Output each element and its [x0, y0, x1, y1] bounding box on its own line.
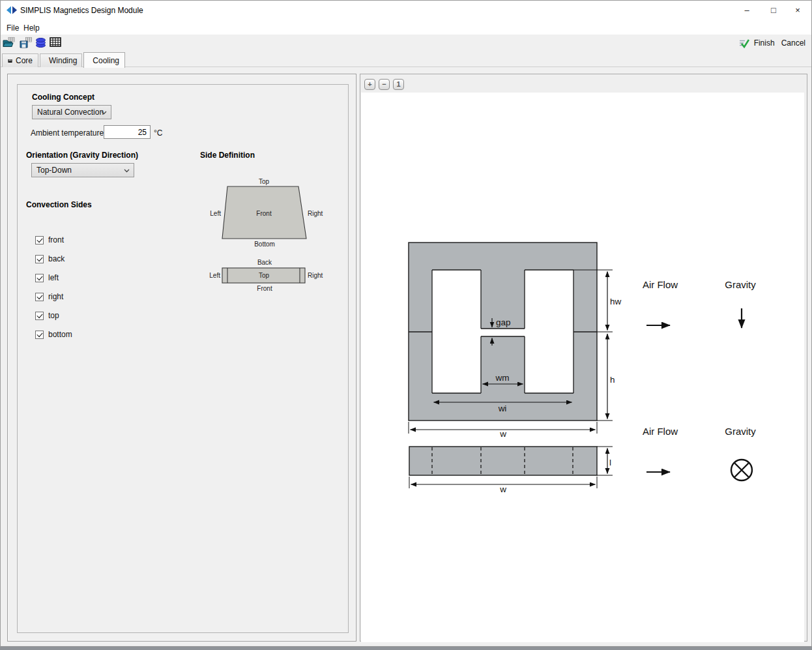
checkbox-front-label: front [48, 235, 64, 244]
checkbox-back[interactable] [35, 255, 44, 263]
checkbox-top[interactable] [35, 312, 44, 320]
dim-wi-label: wi [498, 404, 507, 413]
zoom-out-button[interactable]: − [379, 79, 390, 90]
top-view-front-label: Front [257, 285, 272, 292]
window-title: SIMPLIS Magnetics Design Module [20, 6, 143, 15]
front-view-annotations: Air Flow Gravity [643, 279, 756, 328]
dim-gap-label: gap [496, 318, 511, 327]
gravity-front-label: Gravity [725, 279, 756, 290]
menu-file[interactable]: File [3, 22, 22, 34]
checkbox-bottom-label: bottom [48, 330, 72, 339]
gravity-into-page-icon [731, 460, 752, 480]
core-icon [8, 57, 12, 65]
front-view-left-label: Left [210, 210, 221, 217]
checkbox-front[interactable] [35, 236, 44, 244]
tab-cooling-label: Cooling [93, 56, 119, 65]
menu-bar: File Help [1, 20, 811, 35]
cancel-button[interactable]: Cancel [779, 38, 807, 48]
zoom-reset-button[interactable]: 1 [393, 79, 404, 90]
taskbar-sliver [0, 647, 812, 650]
top-view-annotations: Air Flow Gravity [643, 426, 756, 480]
minimize-button[interactable]: – [736, 1, 758, 20]
core-top-view: l w [409, 447, 613, 494]
chevron-down-icon [124, 169, 130, 173]
convection-sides-heading: Convection Sides [26, 200, 92, 209]
tab-winding[interactable]: Winding [40, 53, 82, 67]
checkbox-row-left[interactable]: left [35, 273, 59, 283]
checkbox-back-label: back [48, 254, 65, 263]
gravity-top-label: Gravity [725, 426, 756, 437]
cooling-concept-heading: Cooling Concept [32, 93, 94, 102]
dim-wm-label: wm [495, 373, 510, 383]
core-database-button[interactable] [33, 36, 48, 50]
checkbox-left-label: left [48, 273, 59, 282]
checkbox-left[interactable] [35, 274, 44, 282]
dim-h-label: h [610, 375, 615, 385]
close-button[interactable]: × [787, 1, 809, 20]
cooling-settings-group: Cooling Concept Natural Convection Ambie… [17, 84, 349, 633]
orientation-value: Top-Down [36, 166, 72, 175]
cooling-concept-dropdown[interactable]: Natural Convection [32, 105, 111, 119]
tab-core[interactable]: Core [2, 53, 38, 67]
title-bar: SIMPLIS Magnetics Design Module – □ × [1, 1, 811, 20]
tab-winding-label: Winding [49, 56, 77, 65]
checkbox-row-back[interactable]: back [35, 254, 65, 264]
app-logo-icon [6, 6, 18, 14]
checkbox-top-label: top [48, 311, 59, 320]
core-preview-canvas: gap hw h wm wi w [361, 93, 804, 642]
checkbox-right-label: right [48, 292, 63, 301]
core-diagram: gap hw h wm wi w [361, 93, 804, 642]
checkbox-row-top[interactable]: top [35, 310, 59, 321]
checkbox-row-bottom[interactable]: bottom [35, 329, 72, 340]
dim-w-top-label: w [499, 484, 506, 494]
checkbox-row-front[interactable]: front [35, 235, 64, 245]
front-view-center-label: Front [256, 210, 272, 217]
ambient-temperature-unit: °C [154, 128, 162, 138]
menu-help[interactable]: Help [20, 22, 43, 34]
ambient-temperature-input[interactable] [104, 125, 151, 139]
stacked-discs-icon [35, 37, 46, 48]
side-definition-heading: Side Definition [200, 151, 255, 160]
save-design-button[interactable] [18, 36, 33, 50]
chevron-down-icon [101, 111, 107, 115]
tab-cooling[interactable]: Cooling [83, 52, 125, 68]
orientation-dropdown[interactable]: Top-Down [31, 163, 134, 177]
dim-l-label: l [609, 458, 611, 467]
airflow-top-label: Air Flow [643, 426, 678, 437]
orientation-heading: Orientation (Gravity Direction) [26, 151, 138, 160]
save-floppy-icon [20, 37, 32, 48]
top-view-center-label: Top [259, 272, 270, 279]
checkbox-row-right[interactable]: right [35, 291, 63, 302]
front-view-right-label: Right [308, 210, 323, 217]
toolbar: Finish Cancel [1, 35, 811, 51]
tab-core-label: Core [16, 56, 33, 65]
app-window: SIMPLIS Magnetics Design Module – □ × Fi… [0, 0, 812, 647]
dim-w-front-label: w [499, 429, 506, 439]
settings-panel: Cooling Concept Natural Convection Ambie… [7, 74, 356, 642]
core-front-view: gap hw h wm wi w [409, 243, 622, 439]
top-view-right-label: Right [308, 272, 323, 279]
tab-bar: Core Winding Cooling [1, 51, 811, 67]
canvas-toolbar: + − 1 [361, 75, 806, 93]
open-folder-icon [3, 37, 16, 48]
airflow-front-label: Air Flow [643, 279, 678, 290]
cooling-concept-value: Natural Convection [37, 108, 104, 117]
side-definition-diagram: Top Left Front Right Bottom Back Left To… [195, 173, 334, 299]
finish-button[interactable]: Finish [752, 38, 777, 48]
maximize-button[interactable]: □ [762, 1, 785, 20]
table-grid-icon [50, 37, 61, 47]
preview-panel: + − 1 [360, 74, 807, 642]
front-view-bottom-label: Bottom [254, 241, 275, 248]
parameter-table-button[interactable] [48, 36, 63, 50]
top-view-back-label: Back [257, 259, 272, 266]
open-design-button[interactable] [2, 36, 16, 50]
checkbox-right[interactable] [35, 293, 44, 301]
checkbox-bottom[interactable] [35, 331, 44, 339]
dim-hw-label: hw [610, 297, 622, 306]
finish-check-icon [739, 38, 749, 48]
ambient-temperature-label: Ambient temperature: [31, 128, 106, 138]
front-view-top-label: Top [259, 178, 270, 185]
top-view-left-label: Left [209, 272, 220, 279]
zoom-in-button[interactable]: + [364, 79, 375, 90]
